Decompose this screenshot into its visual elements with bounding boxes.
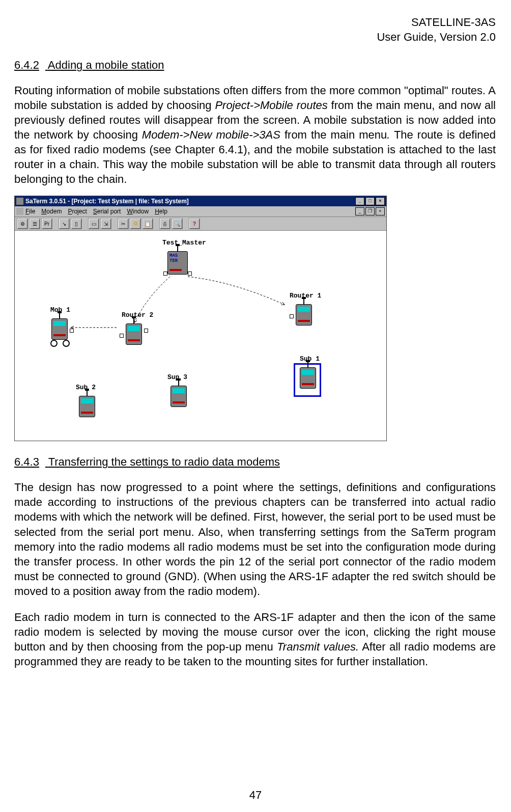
mdi-close-button[interactable]: × bbox=[376, 207, 385, 215]
cut-icon[interactable]: ✂ bbox=[118, 218, 129, 229]
mdi-minimize-button[interactable]: _ bbox=[355, 207, 364, 215]
titlebar: SaTerm 3.0.51 - [Project: Test System | … bbox=[15, 196, 386, 206]
node-sub2[interactable] bbox=[77, 396, 97, 420]
node-mob1[interactable] bbox=[49, 318, 70, 343]
menu-help[interactable]: Help bbox=[155, 208, 167, 215]
tool-btn-5[interactable]: ▭ bbox=[88, 218, 99, 229]
para-643-2: Each radio modem in turn is connected to… bbox=[14, 610, 496, 669]
para-642-1: Routing information of mobile substation… bbox=[14, 83, 496, 186]
menu-modem[interactable]: Modem bbox=[41, 208, 62, 215]
tool-btn-7[interactable]: 🔍 bbox=[172, 218, 183, 229]
tool-btn-pr[interactable]: Pr bbox=[41, 218, 52, 229]
tool-btn-6[interactable]: ⇲ bbox=[100, 218, 111, 229]
paste-icon[interactable]: 📋 bbox=[142, 218, 153, 229]
section-heading-643: 6.4.3 Transferring the settings to radio… bbox=[14, 455, 496, 469]
copy-icon[interactable]: ⧉ bbox=[130, 218, 141, 229]
node-sub1[interactable] bbox=[298, 367, 318, 392]
section-heading-642: 6.4.2 Adding a mobile station bbox=[14, 59, 496, 72]
mdi-restore-button[interactable]: ❐ bbox=[365, 207, 375, 215]
window-title: SaTerm 3.0.51 - [Project: Test System | … bbox=[25, 198, 355, 205]
doc-header: SATELLINE-3AS User Guide, Version 2.0 bbox=[14, 15, 496, 44]
app-icon bbox=[16, 198, 23, 205]
tool-btn-3[interactable]: ↘ bbox=[59, 218, 70, 229]
tool-btn-4[interactable]: ▯ bbox=[71, 218, 82, 229]
para-643-1: The design has now progressed to a point… bbox=[14, 480, 496, 598]
page-number: 47 bbox=[0, 789, 511, 802]
saterm-screenshot: SaTerm 3.0.51 - [Project: Test System | … bbox=[14, 196, 387, 441]
network-canvas[interactable]: Test_Master MAS TER Router 1 Router 2 bbox=[15, 231, 386, 441]
node-sup3[interactable] bbox=[168, 386, 189, 410]
menu-project[interactable]: Project bbox=[68, 208, 87, 215]
help-icon[interactable]: ? bbox=[189, 218, 200, 229]
node-router1[interactable] bbox=[294, 304, 314, 329]
section-title: Transferring the settings to radio data … bbox=[48, 455, 280, 468]
menu-file[interactable]: File bbox=[25, 208, 35, 215]
doc-subtitle: User Guide, Version 2.0 bbox=[14, 30, 496, 45]
menu-serial-port[interactable]: Serial port bbox=[93, 208, 121, 215]
section-title: Adding a mobile station bbox=[48, 59, 164, 71]
tool-btn-1[interactable]: ⚙ bbox=[17, 218, 28, 229]
node-test-master[interactable]: MAS TER bbox=[167, 251, 188, 276]
section-number: 6.4.2 bbox=[14, 59, 39, 71]
label-router2: Router 2 bbox=[122, 311, 153, 319]
section-number: 6.4.3 bbox=[14, 455, 39, 468]
node-router2[interactable] bbox=[124, 323, 144, 348]
tool-btn-2[interactable]: ☰ bbox=[29, 218, 40, 229]
toolbar: ⚙ ☰ Pr ↘ ▯ ▭ ⇲ ✂ ⧉ 📋 ⎙ 🔍 ? bbox=[15, 217, 386, 231]
doc-title: SATELLINE-3AS bbox=[14, 15, 496, 30]
maximize-button[interactable]: □ bbox=[365, 197, 375, 205]
menu-window[interactable]: Window bbox=[127, 208, 149, 215]
close-button[interactable]: × bbox=[376, 197, 385, 205]
label-test-master: Test_Master bbox=[162, 239, 206, 247]
print-icon[interactable]: ⎙ bbox=[159, 218, 171, 229]
connection-lines bbox=[15, 231, 386, 441]
menubar: File Modem Project Serial port Window He… bbox=[15, 206, 386, 217]
mdi-icon bbox=[16, 208, 23, 215]
minimize-button[interactable]: _ bbox=[355, 197, 364, 205]
